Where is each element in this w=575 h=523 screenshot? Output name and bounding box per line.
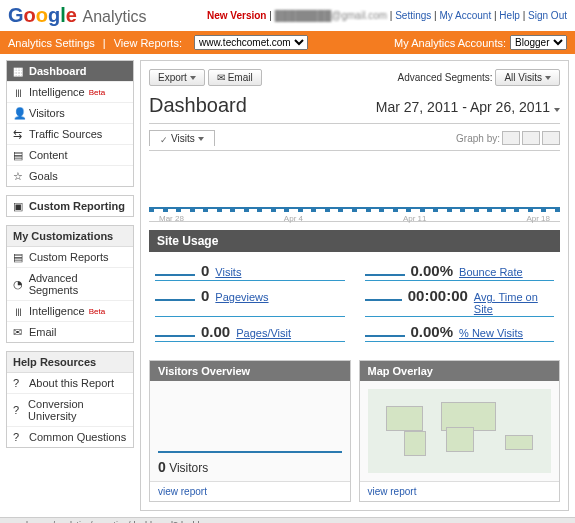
export-button[interactable]: Export	[149, 69, 205, 86]
chevron-down-icon	[198, 137, 204, 141]
intelligence-icon: ⫼	[13, 305, 25, 317]
intelligence-icon: ⫼	[13, 86, 25, 98]
sparkline	[365, 291, 402, 301]
advanced-segments-label: Advanced Segments:	[398, 72, 493, 83]
settings-link[interactable]: Settings	[395, 10, 431, 21]
email-icon: ✉	[13, 326, 25, 338]
sidebar-item-intelligence[interactable]: ⫼ Intelligence Beta	[7, 82, 133, 103]
conversion-university-link[interactable]: ? Conversion University	[7, 394, 133, 427]
content-area: Export ✉ Email Advanced Segments: All Vi…	[140, 60, 569, 511]
goals-icon: ☆	[13, 170, 25, 182]
custom-reporting-box: ▣ Custom Reporting	[6, 195, 134, 217]
analytics-settings-link[interactable]: Analytics Settings	[8, 37, 95, 49]
email-link[interactable]: ✉ Email	[7, 322, 133, 342]
world-map	[360, 381, 560, 481]
pageviews-link[interactable]: Pageviews	[215, 291, 268, 303]
usage-pages-visit: 0.00 Pages/Visit	[155, 323, 345, 342]
help-icon: ?	[13, 377, 25, 389]
check-icon	[160, 135, 168, 143]
sidebar-item-content[interactable]: ▤ Content	[7, 145, 133, 166]
visits-chart: Mar 28 Apr 4 Apr 11 Apr 18	[149, 150, 560, 222]
my-accounts-label: My Analytics Accounts:	[394, 37, 506, 49]
help-title: Help Resources	[7, 352, 133, 373]
page-title: Dashboard	[149, 94, 247, 117]
sidebar-item-visitors[interactable]: 👤 Visitors	[7, 103, 133, 124]
site-usage-grid: 0 Visits 0.00% Bounce Rate 0 Pageviews 0…	[149, 252, 560, 352]
help-icon: ?	[13, 431, 25, 443]
sparkline	[365, 266, 405, 276]
email-icon: ✉	[217, 72, 225, 83]
chevron-down-icon	[545, 76, 551, 80]
vo-chart: 0 Visitors	[150, 381, 350, 481]
segments-dropdown[interactable]: All Visits	[495, 69, 560, 86]
custom-reporting-link[interactable]: ▣ Custom Reporting	[7, 196, 133, 216]
custom-report-icon: ▣	[13, 200, 25, 212]
my-customizations-title: My Customizations	[7, 226, 133, 247]
site-select[interactable]: www.techcomet.com	[194, 35, 308, 50]
new-version-link[interactable]: New Version	[207, 10, 266, 21]
email-button[interactable]: ✉ Email	[208, 69, 262, 86]
vo-view-report[interactable]: view report	[158, 486, 207, 497]
sidebar-item-dashboard[interactable]: ▦ Dashboard	[7, 61, 133, 82]
visits-link[interactable]: Visits	[215, 266, 241, 278]
graph-by-month[interactable]	[542, 131, 560, 145]
map-header: Map Overlay	[360, 361, 560, 381]
usage-avgtime: 00:00:00 Avg. Time on Site	[365, 287, 555, 317]
advanced-segments-link[interactable]: ◔ Advanced Segments	[7, 268, 133, 301]
content-icon: ▤	[13, 149, 25, 161]
sparkline	[155, 266, 195, 276]
visitors-icon: 👤	[13, 107, 25, 119]
sign-out-link[interactable]: Sign Out	[528, 10, 567, 21]
avgtime-link[interactable]: Avg. Time on Site	[474, 291, 554, 315]
my-account-link[interactable]: My Account	[439, 10, 491, 21]
help-resources-box: Help Resources ? About this Report ? Con…	[6, 351, 134, 448]
sidebar-item-traffic[interactable]: ⇆ Traffic Sources	[7, 124, 133, 145]
help-link[interactable]: Help	[499, 10, 520, 21]
site-usage-header: Site Usage	[149, 230, 560, 252]
orange-toolbar: Analytics Settings | View Reports: www.t…	[0, 31, 575, 54]
chevron-down-icon	[190, 76, 196, 80]
intelligence-link[interactable]: ⫼ Intelligence Beta	[7, 301, 133, 322]
help-icon: ?	[13, 404, 24, 416]
status-bar: google.com/analytics/reporting/dashboard…	[0, 517, 575, 523]
common-questions-link[interactable]: ? Common Questions	[7, 427, 133, 447]
top-header: Google Analytics New Version | ████████@…	[0, 0, 575, 31]
sparkline	[365, 327, 405, 337]
map-view-report[interactable]: view report	[368, 486, 417, 497]
chevron-down-icon	[554, 108, 560, 112]
user-email: ████████@gmail.com	[275, 10, 387, 21]
visitors-overview-widget: Visitors Overview 0 Visitors view report	[149, 360, 351, 502]
sidebar-item-goals[interactable]: ☆ Goals	[7, 166, 133, 186]
pagesvisit-link[interactable]: Pages/Visit	[236, 327, 291, 339]
account-select[interactable]: Blogger	[510, 35, 567, 50]
traffic-icon: ⇆	[13, 128, 25, 140]
map-overlay-widget: Map Overlay view report	[359, 360, 561, 502]
usage-pageviews: 0 Pageviews	[155, 287, 345, 317]
google-analytics-logo: Google Analytics	[8, 4, 147, 27]
view-reports-label: View Reports:	[114, 37, 182, 49]
date-range-picker[interactable]: Mar 27, 2011 - Apr 26, 2011	[376, 99, 560, 115]
top-links: New Version | ████████@gmail.com | Setti…	[207, 10, 567, 21]
visits-tab[interactable]: Visits	[149, 130, 215, 146]
sidebar: ▦ Dashboard ⫼ Intelligence Beta 👤 Visito…	[6, 60, 134, 511]
about-report-link[interactable]: ? About this Report	[7, 373, 133, 394]
usage-bounce: 0.00% Bounce Rate	[365, 262, 555, 281]
custom-reports-link[interactable]: ▤ Custom Reports	[7, 247, 133, 268]
my-customizations-box: My Customizations ▤ Custom Reports ◔ Adv…	[6, 225, 134, 343]
graph-by-label: Graph by:	[456, 133, 500, 144]
vo-header: Visitors Overview	[150, 361, 350, 381]
segments-icon: ◔	[13, 278, 25, 290]
graph-by-week[interactable]	[522, 131, 540, 145]
bounce-link[interactable]: Bounce Rate	[459, 266, 523, 278]
nav-box: ▦ Dashboard ⫼ Intelligence Beta 👤 Visito…	[6, 60, 134, 187]
sparkline	[155, 291, 195, 301]
graph-by-day[interactable]	[502, 131, 520, 145]
dashboard-icon: ▦	[13, 65, 25, 77]
sparkline	[155, 327, 195, 337]
usage-newvisits: 0.00% % New Visits	[365, 323, 555, 342]
newvisits-link[interactable]: % New Visits	[459, 327, 523, 339]
usage-visits: 0 Visits	[155, 262, 345, 281]
report-icon: ▤	[13, 251, 25, 263]
